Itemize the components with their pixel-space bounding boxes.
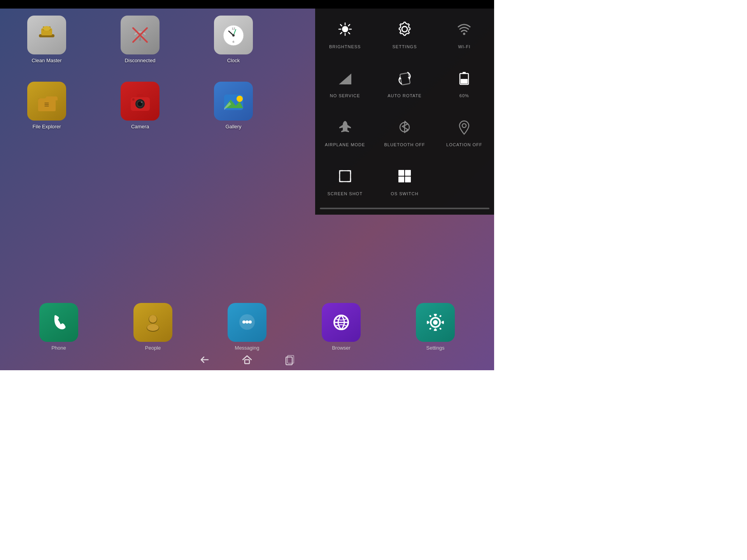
- dock-settings[interactable]: Settings: [416, 303, 455, 351]
- battery-label: 60%: [459, 93, 469, 98]
- brightness-label: BRIGHTNESS: [329, 44, 361, 49]
- browser-label: Browser: [332, 345, 351, 351]
- svg-point-51: [463, 33, 465, 35]
- svg-point-12: [232, 34, 235, 37]
- svg-point-50: [402, 26, 407, 32]
- svg-line-49: [340, 33, 342, 34]
- quick-settings[interactable]: SETTINGS: [375, 9, 434, 58]
- quick-bluetooth[interactable]: BLUETOOTH OFF: [375, 107, 434, 156]
- app-disconnected[interactable]: Disconnected: [117, 16, 163, 70]
- bluetooth-icon: [395, 117, 414, 137]
- clean-master-icon: [27, 16, 66, 54]
- people-label: People: [145, 345, 161, 351]
- screen: Clean Master Disconnected: [0, 0, 494, 370]
- location-label: LOCATION OFF: [446, 142, 482, 147]
- svg-rect-63: [405, 170, 411, 176]
- svg-point-3: [43, 26, 51, 31]
- quick-auto-rotate[interactable]: AUTO ROTATE: [375, 58, 434, 107]
- dock-messaging[interactable]: Messaging: [228, 303, 267, 351]
- brightness-icon: [335, 19, 355, 39]
- quick-scrollbar: [320, 208, 489, 209]
- svg-point-37: [433, 320, 438, 325]
- bluetooth-label: BLUETOOTH OFF: [384, 142, 425, 147]
- app-file-explorer[interactable]: ≡ File Explorer: [23, 82, 70, 136]
- settings-label: Settings: [426, 345, 445, 351]
- gallery-icon: [214, 82, 253, 121]
- messaging-label: Messaging: [235, 345, 260, 351]
- location-icon: [454, 117, 474, 137]
- camera-label: Camera: [131, 124, 149, 130]
- browser-icon: [322, 303, 361, 342]
- svg-point-21: [132, 98, 135, 101]
- quick-grid: BRIGHTNESS SETTINGS: [315, 9, 494, 205]
- gallery-label: Gallery: [225, 124, 241, 130]
- svg-rect-64: [398, 177, 404, 182]
- battery-icon: [454, 68, 474, 88]
- file-explorer-icon: ≡: [27, 82, 66, 121]
- svg-point-31: [242, 320, 245, 324]
- people-icon: [133, 303, 172, 342]
- windows-icon: [395, 166, 414, 186]
- dock-phone[interactable]: Phone: [39, 303, 78, 351]
- svg-marker-52: [339, 74, 351, 84]
- quick-airplane[interactable]: AIRPLANE MODE: [315, 107, 375, 156]
- app-gallery[interactable]: Gallery: [210, 82, 257, 136]
- quick-wifi[interactable]: WI-FI: [435, 9, 494, 58]
- svg-text:12: 12: [231, 27, 235, 30]
- quick-screenshot[interactable]: SCREEN SHOT: [315, 156, 375, 205]
- top-bar: [0, 0, 494, 9]
- clean-master-label: Clean Master: [32, 58, 61, 63]
- quick-no-service[interactable]: NO SERVICE: [315, 58, 375, 107]
- file-explorer-label: File Explorer: [33, 124, 61, 130]
- os-switch-label: OS SWITCH: [391, 191, 418, 196]
- svg-point-24: [237, 96, 243, 102]
- quick-location[interactable]: LOCATION OFF: [435, 107, 494, 156]
- quick-os-switch[interactable]: OS SWITCH: [375, 156, 434, 205]
- quick-brightness[interactable]: BRIGHTNESS: [315, 9, 375, 58]
- dock-browser[interactable]: Browser: [322, 303, 361, 351]
- svg-point-29: [147, 324, 159, 331]
- back-button[interactable]: [198, 354, 210, 368]
- phone-label: Phone: [51, 345, 66, 351]
- svg-point-20: [141, 102, 142, 103]
- svg-text:≡: ≡: [44, 100, 49, 109]
- app-clean-master[interactable]: Clean Master: [23, 16, 70, 70]
- wifi-icon: [454, 19, 474, 39]
- phone-icon: [39, 303, 78, 342]
- quick-settings-label: SETTINGS: [392, 44, 417, 49]
- svg-point-60: [462, 124, 466, 128]
- svg-point-32: [245, 320, 249, 324]
- wifi-label: WI-FI: [458, 44, 470, 49]
- screenshot-icon: [335, 166, 355, 186]
- disconnected-label: Disconnected: [125, 58, 156, 63]
- svg-text:6: 6: [232, 40, 234, 44]
- dock-people[interactable]: People: [133, 303, 172, 351]
- app-clock[interactable]: 12 6 Clock: [210, 16, 257, 70]
- svg-rect-57: [463, 72, 466, 74]
- svg-line-47: [348, 33, 350, 34]
- svg-point-33: [249, 320, 252, 324]
- airplane-label: AIRPLANE MODE: [325, 142, 365, 147]
- rotate-icon: [395, 68, 414, 88]
- messaging-icon: [228, 303, 267, 342]
- svg-rect-65: [405, 177, 411, 182]
- home-button[interactable]: [241, 354, 253, 368]
- disconnected-icon: [121, 16, 160, 54]
- recents-button[interactable]: [284, 354, 296, 368]
- clock-icon: 12 6: [214, 16, 253, 54]
- app-grid: Clean Master Disconnected: [23, 16, 257, 136]
- app-camera[interactable]: Camera: [117, 82, 163, 136]
- airplane-icon: [335, 117, 355, 137]
- quick-battery[interactable]: 60%: [435, 58, 494, 107]
- svg-point-4: [139, 38, 141, 41]
- camera-icon: [121, 82, 160, 121]
- settings-icon: [416, 303, 455, 342]
- clock-label: Clock: [227, 58, 240, 63]
- svg-point-28: [149, 315, 157, 323]
- svg-rect-38: [245, 360, 249, 364]
- svg-point-41: [342, 26, 348, 32]
- nav-bar: [0, 352, 494, 370]
- dock: Phone People: [0, 303, 494, 351]
- svg-line-48: [348, 24, 350, 26]
- no-service-label: NO SERVICE: [330, 93, 360, 98]
